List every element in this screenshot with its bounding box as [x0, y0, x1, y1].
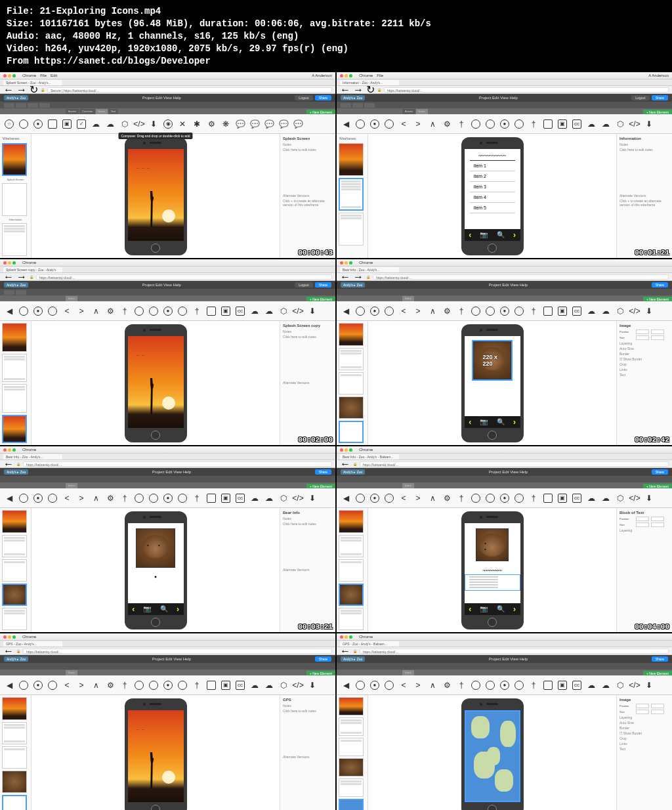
video-metadata-header: File: 21-Exploring Icons.mp4 Size: 10116…	[0, 0, 672, 72]
frame-2: ChromeFileA Anderson Information - Zoo -…	[337, 72, 672, 258]
timestamp: 00:00:43	[298, 249, 333, 257]
frame-1: ChromeFileEditA Anderson Splash Screen -…	[0, 72, 335, 258]
frame-3: Chrome Splash Screen copy - Zoo - Andy's…	[0, 259, 335, 445]
thumbnail-grid: ChromeFileEditA Anderson Splash Screen -…	[0, 72, 672, 810]
frame-4: Chrome Bear Info - Zoo - Andy's... ←→🔒ht…	[337, 259, 672, 445]
canvas[interactable]: Compose: Drag and drop or double-click t…	[32, 134, 280, 258]
properties-panel: Splash Screen Notes Click here to edit n…	[280, 134, 335, 258]
frame-8: Chrome GPS - Zoo - Andy's - Balsam... ←🔒…	[337, 633, 672, 810]
icon-toolbar[interactable]: ○●▣✓☁☁⬡</>⬇◉✕✱⚙❋💬💬💬💬💬	[0, 114, 335, 134]
frame-7: Chrome GPS - Zoo - Andy's... ←🔒https://b…	[0, 633, 335, 810]
wireframes-sidebar[interactable]: Wireframes Splash Screen Information	[0, 134, 32, 258]
frame-5: Chrome Bear Info - Zoo - Andy's... ←🔒htt…	[0, 446, 335, 632]
frame-6: Chrome Bear Info - Zoo - Andy's - Balsam…	[337, 446, 672, 632]
